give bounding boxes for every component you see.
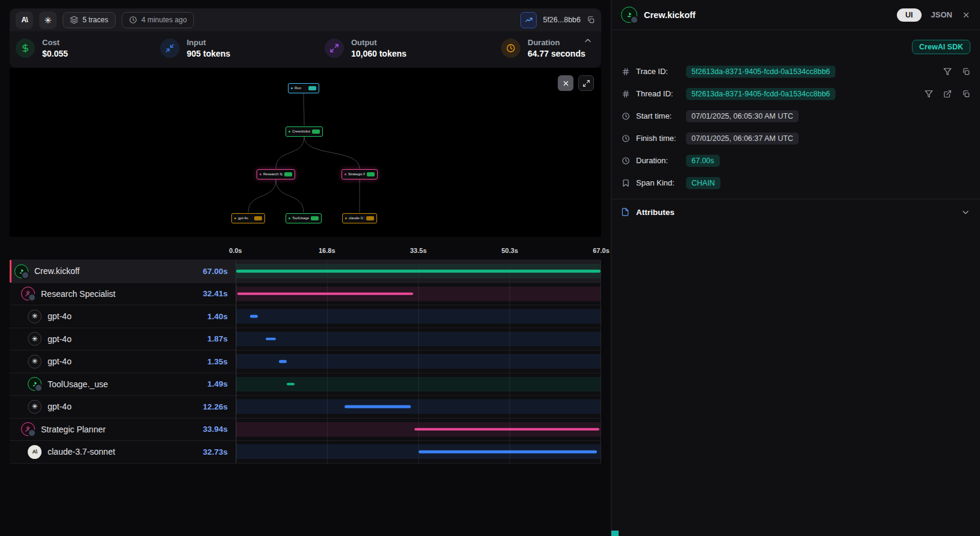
span-name: claude-3.7-sonnet bbox=[48, 447, 115, 457]
span-bar-track bbox=[236, 419, 601, 441]
stat-cost: Cost$0.055 bbox=[10, 38, 160, 58]
tab-ui[interactable]: UI bbox=[897, 8, 922, 22]
node-label: Strategic Planner bbox=[348, 172, 365, 176]
node-status-chip bbox=[311, 216, 319, 220]
span-bar[interactable] bbox=[237, 293, 414, 296]
timeline-row[interactable]: Crew.kickoff67.00s bbox=[10, 260, 601, 283]
span-bar-track bbox=[236, 351, 601, 373]
span-bar[interactable] bbox=[287, 383, 295, 386]
span-bar[interactable] bbox=[419, 450, 597, 453]
span-bar[interactable] bbox=[345, 405, 411, 408]
span-title: Crew.kickoff bbox=[644, 10, 696, 20]
span-bar[interactable] bbox=[250, 315, 258, 318]
openai-icon: ✳ bbox=[28, 332, 42, 346]
axis-tick: 16.8s bbox=[319, 247, 336, 254]
node-status-dot bbox=[345, 173, 346, 175]
timeline-row[interactable]: Research Specialist32.41s bbox=[10, 283, 601, 306]
hash-icon bbox=[621, 90, 631, 98]
span-bar[interactable] bbox=[266, 338, 276, 341]
span-bar-track bbox=[236, 283, 601, 305]
graph-node[interactable]: Research Specialist bbox=[257, 169, 295, 179]
anthropic-logo-icon: A\ bbox=[16, 11, 33, 29]
time-ago-badge: 4 minutes ago bbox=[122, 12, 194, 28]
traces-count-badge[interactable]: 5 traces bbox=[63, 12, 116, 28]
hash-icon bbox=[621, 67, 631, 76]
span-name-cell: A\claude-3.7-sonnet32.73s bbox=[10, 441, 236, 463]
tool-icon bbox=[28, 377, 42, 391]
detail-field-row: Span Kind:CHAIN bbox=[611, 172, 980, 194]
span-bar-track bbox=[236, 305, 601, 328]
graph-node[interactable]: Strategic Planner bbox=[342, 169, 378, 179]
span-bar[interactable] bbox=[414, 428, 599, 431]
field-value[interactable]: 07/01/2025, 06:06:37 AM UTC bbox=[686, 132, 799, 145]
span-duration: 1.87s bbox=[207, 334, 236, 343]
expand-graph-button[interactable] bbox=[578, 75, 594, 91]
copy-icon[interactable] bbox=[962, 67, 970, 76]
detail-tabs: UI JSON bbox=[897, 8, 970, 22]
funnel-icon[interactable] bbox=[943, 67, 952, 76]
copy-icon[interactable] bbox=[587, 16, 595, 24]
node-status-chip bbox=[284, 172, 292, 176]
timeline-axis: 0.0s16.8s33.5s50.3s67.0s bbox=[236, 244, 601, 260]
layers-icon bbox=[70, 16, 78, 24]
stat-label: Input bbox=[187, 38, 230, 47]
time-ago-label: 4 minutes ago bbox=[142, 16, 187, 24]
timeline-row[interactable]: Strategic Planner33.94s bbox=[10, 419, 601, 441]
span-bar[interactable] bbox=[236, 270, 601, 273]
timeline-row[interactable]: ✳gpt-4o1.35s bbox=[10, 351, 601, 373]
traces-count-label: 5 traces bbox=[83, 16, 108, 24]
field-value[interactable]: 5f2613da-8371-9405-fcdd-0a1534cc8bb6 bbox=[686, 88, 835, 100]
attributes-section-header[interactable]: Attributes bbox=[611, 199, 980, 225]
span-name-cell: ✳gpt-4o12.26s bbox=[10, 396, 236, 418]
span-duration: 1.35s bbox=[207, 357, 236, 366]
timeline-waterfall: 0.0s16.8s33.5s50.3s67.0s Crew.kickoff67.… bbox=[10, 244, 601, 464]
field-value[interactable]: 67.00s bbox=[686, 155, 720, 167]
span-name: Crew.kickoff bbox=[34, 266, 80, 276]
span-name-cell: ✳gpt-4o1.35s bbox=[10, 351, 236, 373]
graph-node[interactable]: Run bbox=[288, 83, 319, 93]
crew-icon bbox=[621, 7, 637, 23]
span-bar[interactable] bbox=[279, 360, 286, 363]
external-link-icon[interactable] bbox=[943, 90, 952, 98]
openai-logo-icon: ✳ bbox=[39, 11, 57, 29]
trace-graph-canvas[interactable]: RunCrew.kickoffResearch SpecialistStrate… bbox=[10, 68, 601, 237]
stat-label: Output bbox=[351, 38, 407, 47]
span-name-cell: Research Specialist32.41s bbox=[10, 283, 236, 305]
field-actions bbox=[925, 90, 970, 98]
graph-node[interactable]: gpt-4o bbox=[231, 213, 265, 223]
graph-node[interactable]: claude-3.7-sonnet bbox=[342, 213, 377, 223]
timeline-row[interactable]: ✳gpt-4o12.26s bbox=[10, 396, 601, 419]
graph-node[interactable]: Crew.kickoff bbox=[286, 126, 323, 137]
timeline-row[interactable]: ✳gpt-4o1.87s bbox=[10, 328, 601, 351]
trace-overview-pane: A\ ✳ 5 traces 4 minutes ago 5f26...8bb6 … bbox=[0, 0, 611, 536]
scroll-indicator[interactable] bbox=[611, 531, 619, 536]
span-bar-background bbox=[236, 309, 601, 323]
span-name: gpt-4o bbox=[48, 357, 72, 366]
field-value[interactable]: 5f2613da-8371-9405-fcdd-0a1534cc8bb6 bbox=[686, 66, 835, 78]
graph-node[interactable]: ToolUsage._use bbox=[286, 213, 322, 223]
collapse-stats-button[interactable] bbox=[583, 36, 593, 46]
copy-icon[interactable] bbox=[962, 90, 970, 98]
timeline-row[interactable]: A\claude-3.7-sonnet32.73s bbox=[10, 441, 601, 464]
timeline-row[interactable]: ✳gpt-4o1.40s bbox=[10, 305, 601, 328]
agent-icon bbox=[21, 422, 35, 436]
field-actions bbox=[943, 67, 970, 76]
stat-value: 10,060 tokens bbox=[351, 49, 407, 58]
sdk-badge[interactable]: CrewAI SDK bbox=[912, 40, 970, 54]
metrics-button[interactable] bbox=[520, 12, 537, 28]
close-panel-icon[interactable] bbox=[962, 11, 970, 19]
graph-edges bbox=[10, 68, 601, 237]
close-graph-button[interactable] bbox=[558, 75, 573, 91]
span-duration: 1.40s bbox=[207, 312, 236, 321]
axis-tick: 33.5s bbox=[410, 247, 427, 254]
span-duration: 32.41s bbox=[203, 289, 236, 298]
node-status-chip bbox=[308, 86, 316, 90]
tab-json[interactable]: JSON bbox=[931, 10, 952, 19]
field-value[interactable]: 07/01/2025, 06:05:30 AM UTC bbox=[686, 110, 799, 122]
funnel-icon[interactable] bbox=[925, 90, 933, 98]
anthropic-icon: A\ bbox=[28, 445, 42, 459]
detail-field-row: Start time:07/01/2025, 06:05:30 AM UTC bbox=[611, 105, 980, 127]
node-label: Crew.kickoff bbox=[292, 129, 310, 133]
field-value[interactable]: CHAIN bbox=[686, 177, 720, 189]
timeline-row[interactable]: ToolUsage._use1.49s bbox=[10, 373, 601, 396]
